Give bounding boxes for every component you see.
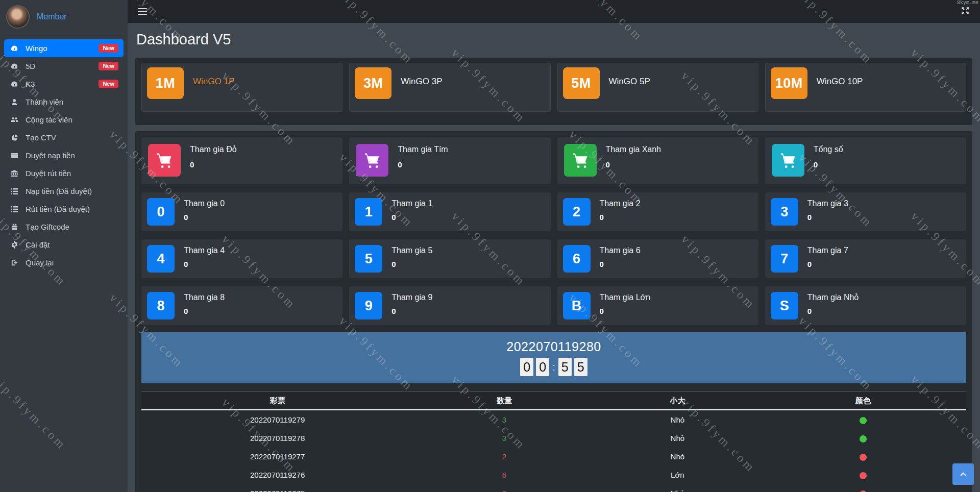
current-period: 2022070119280 bbox=[506, 339, 601, 354]
wingo-5p-label[interactable]: WinGO 5P bbox=[609, 77, 650, 87]
quantity-cell: 2 bbox=[413, 484, 595, 492]
gift-icon bbox=[9, 223, 19, 231]
wingo-1p-label[interactable]: WinGO 1P bbox=[193, 77, 234, 87]
stat-title: Tham gia Nhỏ bbox=[807, 293, 859, 302]
stat-value: 0 bbox=[600, 260, 641, 268]
sidebar-toggle-button[interactable] bbox=[137, 6, 148, 17]
stat-value: 0 bbox=[807, 213, 848, 222]
stat-value: 0 bbox=[606, 160, 662, 169]
fullscreen-button[interactable] bbox=[960, 5, 971, 18]
size-cell: Nhỏ bbox=[595, 484, 760, 492]
sidebar-item-label: Duyệt rút tiền bbox=[26, 169, 71, 178]
table-row: 2022070119276 6 Lớn bbox=[141, 465, 966, 484]
countdown-digit: 5 bbox=[574, 358, 587, 376]
table-row: 2022070119278 3 Nhỏ bbox=[141, 429, 966, 447]
table-header-row: 彩票 数量 小大 颜色 bbox=[141, 392, 966, 410]
number-tile: 7 bbox=[771, 245, 798, 273]
wingo-3p-card[interactable]: 3M WinGO 3P bbox=[349, 63, 550, 112]
stat-card-number-9: 9 Tham gia 90 bbox=[349, 286, 550, 325]
number-tile: 4 bbox=[147, 245, 175, 273]
size-cell: Lớn bbox=[595, 465, 760, 484]
color-cell bbox=[760, 447, 966, 465]
column-header-quantity: 数量 bbox=[413, 392, 595, 410]
stat-title: Tham gia 8 bbox=[184, 293, 225, 302]
countdown-separator: : bbox=[552, 361, 555, 373]
stat-card-number-7: 7 Tham gia 70 bbox=[765, 239, 966, 278]
size-cell: Nhỏ bbox=[595, 447, 760, 465]
list-icon bbox=[9, 205, 19, 213]
number-tile: 3 bbox=[771, 198, 798, 226]
sidebar-item-label: Thành viên bbox=[26, 97, 63, 106]
stat-card-number-8: 8 Tham gia 80 bbox=[141, 286, 342, 325]
table-row: 2022070119275 2 Nhỏ bbox=[141, 484, 966, 492]
wingo-1p-card[interactable]: 1M WinGO 1P bbox=[141, 63, 342, 112]
column-header-color: 颜色 bbox=[760, 392, 966, 410]
sidebar-item-5d[interactable]: 5D New bbox=[4, 57, 124, 75]
top-navbar: 8kym.me bbox=[128, 0, 980, 23]
stat-value: 0 bbox=[807, 307, 859, 315]
wingo-5p-tile: 5M bbox=[563, 67, 600, 99]
sidebar-item-approve-deposit[interactable]: Duyệt nạp tiền bbox=[4, 146, 124, 164]
sidebar-item-members[interactable]: Thành viên bbox=[4, 93, 124, 111]
stat-title: Tham gia 3 bbox=[807, 199, 848, 208]
stat-card-red: Tham gia Đỏ 0 bbox=[141, 137, 342, 184]
wingo-3p-label[interactable]: WinGO 3P bbox=[401, 77, 442, 87]
sidebar-item-label: Cộng tác viên bbox=[26, 115, 72, 124]
stat-card-number-3: 3 Tham gia 30 bbox=[765, 192, 966, 231]
scroll-to-top-button[interactable] bbox=[952, 463, 974, 485]
corner-note: 8kym.me bbox=[957, 0, 978, 6]
number-stats-row-2: 4 Tham gia 40 5 Tham gia 50 6 Tham gia 6… bbox=[141, 239, 966, 278]
sidebar-item-k3[interactable]: K3 New bbox=[4, 75, 124, 93]
period-cell: 2022070119278 bbox=[141, 429, 413, 447]
stat-title: Tham gia 7 bbox=[807, 246, 848, 255]
tachometer-icon bbox=[9, 44, 19, 53]
stat-card-purple: Tham gia Tím 0 bbox=[349, 137, 550, 184]
stat-value: 0 bbox=[184, 260, 225, 268]
stat-card-number-1: 1 Tham gia 10 bbox=[349, 192, 550, 231]
gear-icon bbox=[9, 241, 19, 249]
period-cell: 2022070119277 bbox=[141, 447, 413, 465]
stat-value: 0 bbox=[184, 307, 225, 315]
number-stats-row-1: 0 Tham gia 00 1 Tham gia 10 2 Tham gia 2… bbox=[141, 192, 966, 231]
sidebar-item-label: K3 bbox=[26, 80, 35, 88]
sidebar-item-withdraw-approved[interactable]: Rút tiền (Đã duyệt) bbox=[4, 200, 124, 218]
sidebar-item-collaborators[interactable]: Cộng tác viên bbox=[4, 111, 124, 129]
stat-title: Tham gia Xanh bbox=[606, 145, 662, 154]
stat-title: Tham gia 1 bbox=[391, 199, 432, 208]
sidebar-item-label: Tạo CTV bbox=[26, 133, 56, 142]
sidebar-item-create-giftcode[interactable]: Tạo Giftcode bbox=[4, 218, 124, 236]
number-tile: 1 bbox=[355, 198, 382, 226]
sidebar-item-create-ctv[interactable]: Tạo CTV bbox=[4, 129, 124, 146]
sidebar-item-label: Quay lại bbox=[26, 258, 54, 267]
user-panel[interactable]: Member bbox=[4, 5, 124, 33]
sidebar-item-logout[interactable]: Quay lại bbox=[4, 254, 124, 272]
countdown-digit: 5 bbox=[558, 358, 572, 376]
sidebar-item-settings[interactable]: Cài đặt bbox=[4, 236, 124, 254]
sidebar-item-approve-withdraw[interactable]: Duyệt rút tiền bbox=[4, 164, 124, 182]
stats-panel: Tham gia Đỏ 0 Tham gia Tím 0 bbox=[135, 131, 972, 492]
number-tile: S bbox=[771, 292, 798, 319]
sidebar-item-deposit-approved[interactable]: Nạp tiền (Đã duyệt) bbox=[4, 182, 124, 200]
new-badge: New bbox=[99, 80, 118, 88]
table-row: 2022070119279 3 Nhỏ bbox=[141, 410, 966, 429]
countdown-timer: 0 0 : 5 5 bbox=[520, 358, 587, 376]
color-cell bbox=[760, 410, 966, 429]
color-stats-row: Tham gia Đỏ 0 Tham gia Tím 0 bbox=[141, 137, 966, 184]
wingo-10p-label[interactable]: WinGO 10P bbox=[817, 77, 863, 87]
stat-value: 0 bbox=[814, 160, 843, 169]
sidebar-item-label: 5D bbox=[26, 62, 35, 70]
stat-value: 0 bbox=[600, 213, 641, 222]
wingo-panel: 1M WinGO 1P 3M WinGO 3P 5M WinGO 5P 10M … bbox=[135, 58, 972, 125]
sidebar-item-label: Rút tiền (Đã duyệt) bbox=[26, 205, 90, 213]
stat-card-big: B Tham gia Lớn0 bbox=[557, 286, 758, 325]
sidebar-item-wingo[interactable]: Wingo New bbox=[4, 39, 124, 57]
wingo-5p-card[interactable]: 5M WinGO 5P bbox=[557, 63, 758, 112]
wingo-10p-card[interactable]: 10M WinGO 10P bbox=[765, 63, 966, 112]
result-color-dot bbox=[860, 435, 867, 442]
column-header-size: 小大 bbox=[595, 392, 760, 410]
countdown-digit: 0 bbox=[520, 358, 533, 376]
quantity-cell: 3 bbox=[413, 410, 595, 429]
stat-card-number-5: 5 Tham gia 50 bbox=[349, 239, 550, 278]
stat-card-number-2: 2 Tham gia 20 bbox=[557, 192, 758, 231]
table-row: 2022070119277 2 Nhỏ bbox=[141, 447, 966, 465]
